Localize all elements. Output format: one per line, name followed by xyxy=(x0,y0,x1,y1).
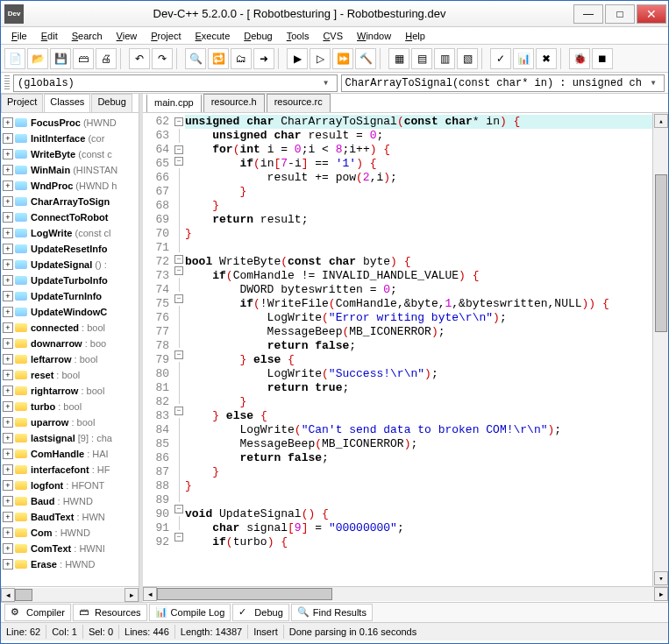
expand-icon[interactable]: + xyxy=(3,480,13,491)
code-line[interactable]: } xyxy=(185,479,652,493)
tree-item[interactable]: +UpdateResetInfo xyxy=(3,241,137,257)
code-line[interactable]: if(!WriteFile(ComHandle,&byte,1,&byteswr… xyxy=(185,297,652,311)
code-line[interactable]: unsigned char CharArrayToSignal(const ch… xyxy=(185,115,652,129)
code-line[interactable]: MessageBeep(MB_ICONERROR); xyxy=(185,437,652,451)
tree-item[interactable]: +CharArrayToSign xyxy=(3,194,137,209)
code-line[interactable]: } xyxy=(185,185,652,199)
check-button[interactable]: ✓ xyxy=(490,48,511,69)
arrow-right-icon[interactable]: ▸ xyxy=(125,588,139,602)
fold-marker[interactable]: − xyxy=(174,145,183,154)
code-line[interactable]: if(in[7-i] == '1') { xyxy=(185,157,652,171)
saveall-button[interactable]: 🗃 xyxy=(73,48,94,69)
tree-item[interactable]: +WinMain (HINSTAN xyxy=(3,162,137,178)
expand-icon[interactable]: + xyxy=(3,527,13,538)
expand-icon[interactable]: + xyxy=(3,370,13,380)
code-editor[interactable]: 6263646566676869707172737475767778798081… xyxy=(143,113,668,586)
minimize-button[interactable]: — xyxy=(573,4,603,24)
code-line[interactable]: LogWrite("Error writing byte\r\n"); xyxy=(185,311,652,325)
fold-marker[interactable]: − xyxy=(174,255,183,264)
code-line[interactable]: } xyxy=(185,199,652,213)
tree-item[interactable]: +Erase : HWND xyxy=(3,556,137,572)
tree-item[interactable]: +InitInterface (cor xyxy=(3,131,137,146)
code-line[interactable]: MessageBeep(MB_ICONERROR); xyxy=(185,325,652,339)
windows2-button[interactable]: ▤ xyxy=(411,48,432,69)
side-tab-project[interactable]: Project xyxy=(1,94,43,112)
arrow-left-icon[interactable]: ◂ xyxy=(143,587,157,601)
code-line[interactable]: } else { xyxy=(185,353,652,367)
expand-icon[interactable]: + xyxy=(3,180,13,191)
expand-icon[interactable]: + xyxy=(3,354,13,364)
fold-marker[interactable]: − xyxy=(174,533,183,541)
windows1-button[interactable]: ▦ xyxy=(388,48,409,69)
bottom-tab-debug[interactable]: ✓Debug xyxy=(232,604,288,621)
expand-icon[interactable]: + xyxy=(3,559,13,570)
compilerun-button[interactable]: ⏩ xyxy=(332,48,353,69)
titlebar[interactable]: Dev Dev-C++ 5.2.0.0 - [ Robotbesturing ]… xyxy=(1,1,668,27)
scope-dropdown[interactable]: (globals) ▾ xyxy=(13,74,338,92)
function-dropdown[interactable]: CharArrayToSignal(const char* in) : unsi… xyxy=(341,74,665,92)
replace-button[interactable]: 🔁 xyxy=(208,48,229,69)
tree-item[interactable]: +connected : bool xyxy=(3,320,137,336)
code-line[interactable]: } xyxy=(185,227,652,241)
editor-tab[interactable]: main.cpp xyxy=(146,94,202,112)
tree-item[interactable]: +turbo : bool xyxy=(3,399,137,414)
arrow-left-icon[interactable]: ◂ xyxy=(1,588,15,602)
windows4-button[interactable]: ▧ xyxy=(457,48,478,69)
expand-icon[interactable]: + xyxy=(3,149,13,159)
scroll-thumb[interactable] xyxy=(157,588,332,600)
arrow-up-icon[interactable]: ▴ xyxy=(654,114,668,128)
side-tab-debug[interactable]: Debug xyxy=(91,94,132,112)
code-line[interactable]: LogWrite("Can't send data to broken COM!… xyxy=(185,423,652,437)
menu-window[interactable]: Window xyxy=(350,29,398,43)
bottom-tab-resources[interactable]: 🗃Resources xyxy=(73,604,147,621)
code-line[interactable]: return false; xyxy=(185,339,652,353)
code-line[interactable]: } xyxy=(185,395,652,409)
debug1-button[interactable]: 🐞 xyxy=(569,48,590,69)
tree-item[interactable]: +Com : HWND xyxy=(3,525,137,541)
tree-item[interactable]: +Baud : HWND xyxy=(3,493,137,509)
expand-icon[interactable]: + xyxy=(3,259,13,270)
code-line[interactable]: char signal[9] = "00000000"; xyxy=(185,521,652,535)
code-line[interactable] xyxy=(185,241,652,255)
code-line[interactable]: } else { xyxy=(185,409,652,423)
code-line[interactable]: LogWrite("Success!\r\n"); xyxy=(185,367,652,381)
tree-item[interactable]: +UpdateWindowC xyxy=(3,304,137,320)
expand-icon[interactable]: + xyxy=(3,275,13,286)
tree-item[interactable]: +interfacefont : HF xyxy=(3,462,137,478)
tree-item[interactable]: +uparrow : bool xyxy=(3,414,137,430)
compile-button[interactable]: ▶ xyxy=(287,48,308,69)
tree-item[interactable]: +WriteByte (const c xyxy=(3,146,137,162)
print-button[interactable]: 🖨 xyxy=(96,48,117,69)
code-lines[interactable]: unsigned char CharArrayToSignal(const ch… xyxy=(185,113,652,586)
code-line[interactable]: return false; xyxy=(185,451,652,465)
menu-view[interactable]: View xyxy=(110,29,145,43)
code-line[interactable]: result += pow(2,i); xyxy=(185,171,652,185)
tree-item[interactable]: +WndProc (HWND h xyxy=(3,178,137,194)
expand-icon[interactable]: + xyxy=(3,244,13,254)
fold-marker[interactable]: − xyxy=(174,117,183,126)
fold-marker[interactable]: − xyxy=(174,350,183,359)
fold-marker[interactable]: − xyxy=(174,157,183,166)
menu-help[interactable]: Help xyxy=(398,29,432,43)
expand-icon[interactable]: + xyxy=(3,165,13,175)
expand-icon[interactable]: + xyxy=(3,338,13,349)
expand-icon[interactable]: + xyxy=(3,291,13,301)
undo-button[interactable]: ↶ xyxy=(129,48,150,69)
expand-icon[interactable]: + xyxy=(3,512,13,522)
expand-icon[interactable]: + xyxy=(3,464,13,475)
scroll-track[interactable] xyxy=(15,588,125,602)
delete-button[interactable]: ✖ xyxy=(536,48,557,69)
expand-icon[interactable]: + xyxy=(3,307,13,317)
code-line[interactable]: if(turbo) { xyxy=(185,535,652,549)
tree-hscroll[interactable]: ◂ ▸ xyxy=(1,586,139,602)
code-line[interactable]: for(int i = 0;i < 8;i++) { xyxy=(185,143,652,157)
scroll-track[interactable] xyxy=(157,587,654,601)
expand-icon[interactable]: + xyxy=(3,386,13,396)
grip-icon[interactable] xyxy=(4,75,10,91)
tree-item[interactable]: +lastsignal [9] : cha xyxy=(3,430,137,446)
findfiles-button[interactable]: 🗂 xyxy=(231,48,252,69)
tree-item[interactable]: +ComText : HWNI xyxy=(3,541,137,556)
redo-button[interactable]: ↷ xyxy=(152,48,173,69)
tree-item[interactable]: +ComHandle : HAI xyxy=(3,446,137,462)
menu-cvs[interactable]: CVS xyxy=(316,29,350,43)
